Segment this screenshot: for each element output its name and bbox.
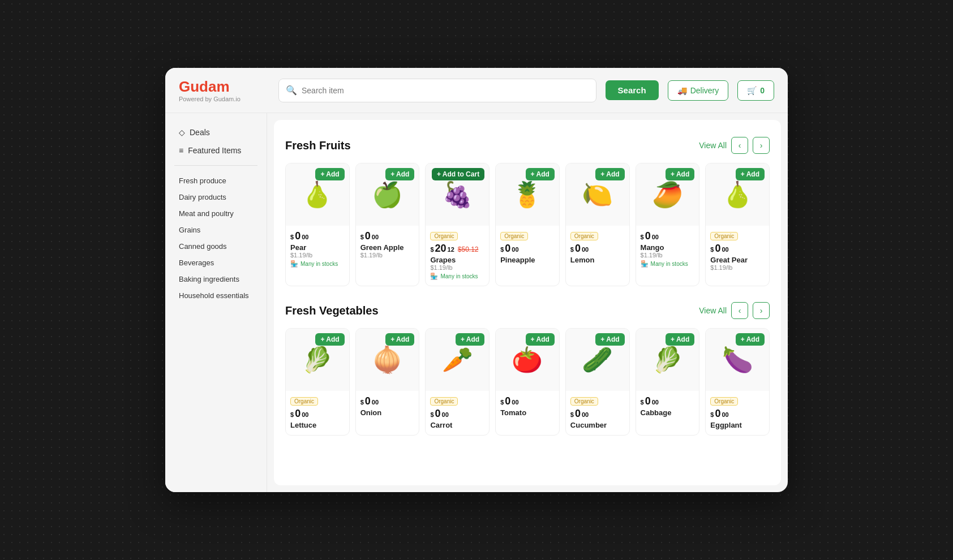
sidebar-category-meat[interactable]: Meat and poultry [174,205,257,222]
add-button[interactable]: + Add [385,333,414,346]
sidebar-category-grains[interactable]: Grains [174,222,257,238]
price-main: 0 [645,395,651,407]
add-button[interactable]: + Add to Cart [432,168,484,180]
sidebar-category-household[interactable]: Household essentials [174,287,257,304]
sidebar-category-beverages[interactable]: Beverages [174,255,257,271]
price-cents: 00 [372,399,379,406]
stock-row: 🏪Many in stocks [430,273,484,280]
sidebar-item-deals[interactable]: ◇ Deals [174,124,257,140]
sidebar-category-baking[interactable]: Baking ingredients [174,271,257,287]
price-dollar: $ [710,411,714,418]
add-button[interactable]: + Add [526,168,555,180]
product-image-area: 🍇+ Add to Cart [426,163,489,226]
sidebar-category-fresh-produce[interactable]: Fresh produce [174,173,257,189]
price-main: 0 [645,230,651,242]
product-info: Organic$000Pineapple [496,226,559,270]
stock-text: Many in stocks [440,273,478,279]
fresh-fruits-section: Fresh Fruits View All ‹ › 🍐+ Add$000Pear… [285,137,770,286]
sidebar-category-canned[interactable]: Canned goods [174,238,257,255]
featured-icon: ≡ [179,146,183,155]
fresh-vegetables-view-all[interactable]: View All [699,306,727,315]
fresh-fruits-prev[interactable]: ‹ [731,137,748,154]
price-dollar: $ [430,411,433,418]
sidebar: ◇ Deals ≡ Featured Items Fresh produce D… [165,113,267,492]
product-card: 🍐+ Add$000Pear$1.19/lb🏪Many in stocks [285,163,350,286]
add-button[interactable]: + Add [456,333,484,346]
delivery-button[interactable]: 🚚 Delivery [668,80,729,101]
product-info: Organic$000Great Pear$1.19/lb [706,226,769,277]
product-sub: $1.19/lb [710,264,765,271]
sidebar-category-dairy[interactable]: Dairy products [174,189,257,205]
logo-sub: Powered by Gudam.io [179,96,269,102]
search-button[interactable]: Search [606,80,659,100]
price-main: 0 [715,243,720,255]
deals-icon: ◇ [179,128,185,137]
search-input[interactable] [302,86,589,95]
fresh-vegetables-section: Fresh Vegetables View All ‹ › 🥬+ AddOrga… [285,302,770,436]
product-image-area: 🧅+ Add [356,329,419,391]
price-row: $000 [290,408,345,420]
product-info: Organic$000Lemon [566,226,629,270]
product-name: Eggplant [710,421,765,429]
price-dollar: $ [710,246,714,253]
price-dollar: $ [641,234,644,240]
product-image-area: 🥬+ Add [636,329,699,391]
fresh-fruits-title: Fresh Fruits [285,139,351,152]
search-bar: 🔍 [278,79,596,102]
product-card: 🥒+ AddOrganic$000Cucumber [565,328,630,436]
price-cents: 00 [372,234,379,240]
organic-badge: Organic [710,232,738,240]
fresh-vegetables-header: Fresh Vegetables View All ‹ › [285,302,770,319]
fresh-fruits-next[interactable]: › [753,137,770,154]
add-button[interactable]: + Add [736,168,765,180]
product-name: Great Pear [710,256,765,264]
price-main: 0 [365,230,371,242]
fresh-vegetables-prev[interactable]: ‹ [731,302,748,319]
price-row: $000 [710,408,765,420]
organic-badge: Organic [430,232,458,240]
add-button[interactable]: + Add [385,168,414,180]
price-cents: 00 [302,234,308,240]
add-button[interactable]: + Add [595,333,624,346]
organic-badge: Organic [710,397,738,406]
price-main: 0 [505,243,510,255]
add-button[interactable]: + Add [595,168,624,180]
price-dollar: $ [360,234,364,240]
organic-badge: Organic [290,397,318,406]
add-button[interactable]: + Add [666,333,694,346]
price-main: 0 [435,408,441,420]
product-name: Tomato [500,408,555,417]
sidebar-item-featured[interactable]: ≡ Featured Items [174,143,257,158]
product-name: Green Apple [360,243,415,252]
product-name: Pineapple [500,256,555,264]
price-dollar: $ [360,399,364,406]
product-card: 🥬+ Add$000Cabbage [636,328,700,436]
add-button[interactable]: + Add [666,168,694,180]
product-image-area: 🍋+ Add [566,163,629,226]
product-info: $000Cabbage [636,391,699,423]
add-button[interactable]: + Add [736,333,765,346]
product-info: $000Green Apple$1.19/lb [356,226,419,264]
fresh-vegetables-next[interactable]: › [753,302,770,319]
product-sub: $1.19/lb [290,252,345,259]
product-sub: $1.19/lb [641,252,695,259]
price-cents: 00 [302,411,308,418]
price-cents: 00 [512,246,518,253]
fresh-fruits-view-all[interactable]: View All [699,141,727,150]
cart-button[interactable]: 🛒 0 [737,80,774,101]
price-dollar: $ [290,411,294,418]
product-card: 🍏+ Add$000Green Apple$1.19/lb [355,163,420,286]
product-image-area: 🥒+ Add [566,329,629,391]
add-button[interactable]: + Add [315,168,344,180]
fresh-vegetables-actions: View All ‹ › [699,302,770,319]
product-info: $000Onion [356,391,419,423]
price-row: $000 [360,395,415,407]
product-card: 🥬+ AddOrganic$000Lettuce [285,328,350,436]
price-row: $000 [500,395,555,407]
price-cents: 12 [448,246,454,253]
cart-icon: 🛒 [747,86,757,95]
add-button[interactable]: + Add [526,333,555,346]
price-old: $50.12 [458,245,479,253]
stock-text: Many in stocks [301,261,338,267]
add-button[interactable]: + Add [315,333,344,346]
